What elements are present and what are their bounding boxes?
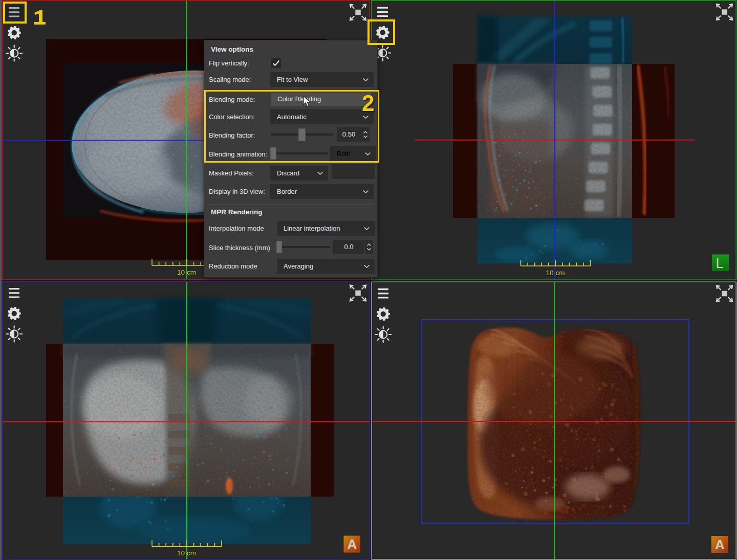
svg-text:A: A: [715, 537, 725, 552]
svg-text:10 cm: 10 cm: [546, 269, 565, 277]
svg-text:10 cm: 10 cm: [177, 549, 196, 557]
svg-text:L: L: [716, 256, 723, 271]
svg-text:10 cm: 10 cm: [177, 268, 196, 276]
svg-text:A: A: [348, 536, 357, 552]
